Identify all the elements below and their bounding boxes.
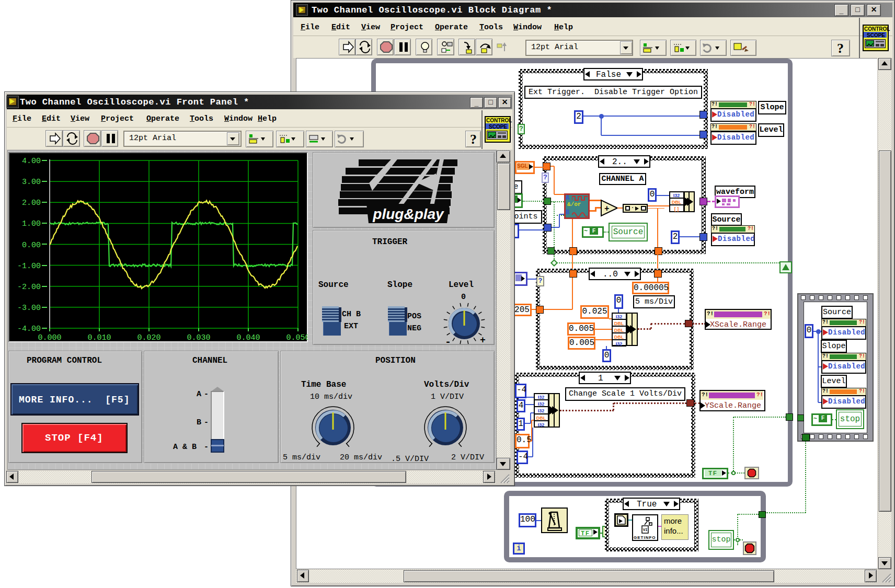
svg-text:0.000: 0.000 — [38, 333, 61, 342]
svg-text:0.00: 0.00 — [22, 241, 41, 250]
svg-text:0.010: 0.010 — [87, 333, 111, 342]
svg-text:-2.00: -2.00 — [17, 283, 41, 292]
svg-text:0.020: 0.020 — [137, 333, 160, 342]
svg-text:0.040: 0.040 — [236, 333, 260, 342]
svg-text:1.00: 1.00 — [22, 220, 41, 228]
svg-text:?: ? — [837, 41, 844, 56]
svg-text:0.050: 0.050 — [286, 333, 308, 342]
svg-text:-4.00: -4.00 — [17, 325, 41, 333]
svg-text:VI: VI — [643, 528, 647, 532]
svg-text:2.00: 2.00 — [22, 199, 41, 207]
svg-text:?: ? — [470, 132, 477, 147]
svg-text:-3.00: -3.00 — [17, 304, 41, 313]
svg-text:0.030: 0.030 — [187, 333, 210, 342]
svg-text:plug&play: plug&play — [372, 206, 444, 222]
svg-text:3.00: 3.00 — [22, 178, 41, 187]
svg-text:+: + — [604, 204, 610, 214]
svg-text:-1.00: -1.00 — [17, 262, 41, 271]
svg-text:4.00: 4.00 — [22, 157, 41, 166]
